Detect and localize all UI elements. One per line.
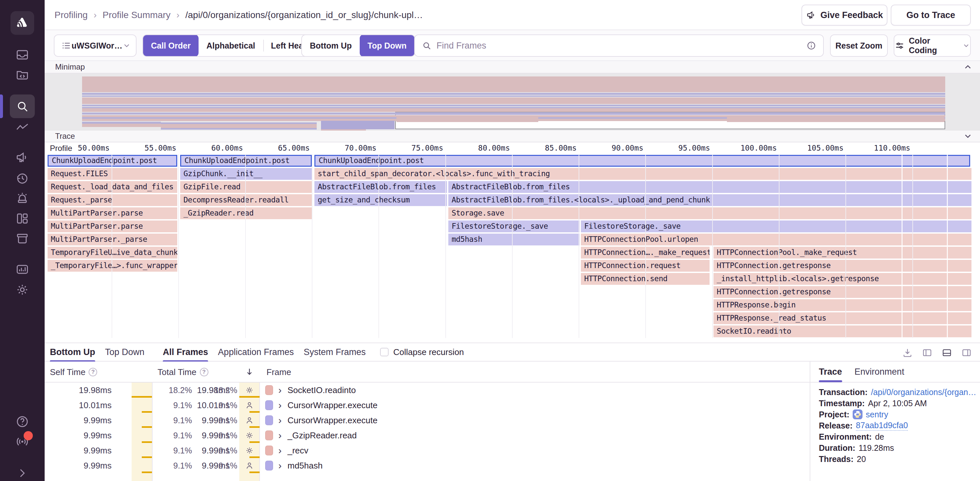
detail-value[interactable]: sentry	[866, 410, 888, 419]
table-row[interactable]: 9.99ms9.1%9.99ms9.1%›_GzipReader.read	[45, 428, 810, 443]
sidebar-item-alerts[interactable]	[15, 191, 30, 205]
expand-row-chevron[interactable]: ›	[278, 413, 282, 428]
user-icon[interactable]	[245, 461, 254, 470]
flame-frame[interactable]: MultiPartParser.parse	[48, 207, 177, 219]
flame-frame[interactable]: _TemporaryFile…>.func_wrapper	[48, 260, 177, 271]
download-icon[interactable]	[902, 347, 913, 358]
gear-icon[interactable]	[245, 386, 254, 395]
flame-frame[interactable]: _install_httplib.<locals>.getresponse	[713, 273, 972, 285]
gear-icon[interactable]	[245, 446, 254, 455]
sidebar-item-feedback[interactable]	[15, 150, 30, 165]
reset-zoom-button[interactable]: Reset Zoom	[830, 35, 888, 57]
layout-right-icon[interactable]	[961, 347, 972, 358]
flame-frame[interactable]: Storage.save	[448, 207, 972, 219]
flame-frame[interactable]: md5hash	[448, 233, 580, 245]
flame-frame[interactable]: HTTPConnection.getresponse	[713, 286, 972, 298]
flame-frame[interactable]: FilestoreStorage._save	[448, 221, 580, 232]
flame-frame[interactable]: SocketIO.readinto	[713, 325, 972, 337]
sidebar-item-releases[interactable]	[15, 231, 30, 246]
flame-frame[interactable]: MultiPartParser._parse	[48, 233, 177, 245]
go-to-trace-button[interactable]: Go to Trace	[891, 5, 971, 25]
flame-frame[interactable]: TemporaryFileU…ive_data_chunk	[48, 247, 177, 259]
flame-frame[interactable]: GzipFile.read	[180, 181, 312, 193]
frame-column-header[interactable]: Frame	[267, 362, 291, 383]
sort-descending-icon[interactable]	[244, 367, 255, 377]
flame-frame[interactable]: get_size_and_checksum	[314, 194, 447, 206]
table-row[interactable]: 9.99ms9.1%9.99ms9.1%›_recv	[45, 443, 810, 458]
expand-row-chevron[interactable]: ›	[278, 443, 282, 458]
sidebar-item-replays[interactable]	[15, 171, 30, 186]
sentry-logo-icon[interactable]	[11, 11, 34, 35]
breadcrumb-item[interactable]: /api/0/organizations/{organization_id_or…	[185, 10, 423, 20]
self-time-column-header[interactable]: Self Time ?	[50, 362, 97, 383]
flame-frame[interactable]: ChunkUploadEndpoint.post	[48, 155, 177, 167]
expand-row-chevron[interactable]: ›	[278, 428, 282, 443]
sidebar-item-issues[interactable]	[15, 48, 30, 62]
flame-frame[interactable]: start_child_span_decorator.<locals>.func…	[314, 168, 972, 180]
flame-frame[interactable]: Request.FILES	[48, 168, 177, 180]
flame-frame[interactable]: Request._load_data_and_files	[48, 181, 177, 193]
table-row[interactable]: 9.99ms9.1%9.99ms9.1%›CursorWrapper.execu…	[45, 413, 810, 428]
direction-option-top-down[interactable]: Top Down	[360, 35, 415, 57]
flame-frame[interactable]: AbstractFileBlob.from_files	[448, 181, 972, 193]
sort-option-alphabetical[interactable]: Alphabetical	[199, 35, 263, 57]
breadcrumb-item[interactable]: Profiling	[54, 10, 88, 20]
sidebar-item-dashboards[interactable]	[15, 211, 30, 226]
thread-selector-dropdown[interactable]: uWSGIWor…	[54, 35, 137, 57]
table-row[interactable]: 10.01ms9.1%10.01ms9.1%›CursorWrapper.exe…	[45, 398, 810, 413]
expand-row-chevron[interactable]: ›	[278, 398, 282, 413]
question-icon[interactable]: ?	[200, 368, 208, 376]
expand-row-chevron[interactable]: ›	[278, 458, 282, 473]
detail-value[interactable]: 87aab1d9cfa0	[856, 421, 908, 431]
sidebar-item-settings[interactable]	[15, 283, 30, 297]
flame-frame[interactable]: ChunkUploadEndpoint.post	[314, 155, 970, 167]
flame-frame[interactable]: Request._parse	[48, 194, 177, 206]
flame-frame[interactable]: HTTPConnectionPool._make_request	[713, 247, 972, 259]
flame-frame[interactable]: GzipChunk.__init__	[180, 168, 312, 180]
table-row[interactable]: 9.99ms9.1%9.99ms9.1%›md5hash	[45, 458, 810, 473]
tab-all-frames[interactable]: All Frames	[163, 343, 208, 362]
sidebar-item-stats[interactable]	[15, 262, 30, 276]
color-coding-dropdown[interactable]: Color Coding	[894, 35, 971, 57]
sidebar-item-projects[interactable]	[15, 68, 30, 82]
flame-frame[interactable]: HTTPResponse._read_status	[713, 312, 972, 324]
sort-option-call-order[interactable]: Call Order	[143, 35, 199, 57]
layout-bottom-icon[interactable]	[941, 347, 953, 358]
info-icon[interactable]	[806, 40, 816, 51]
side-panel-tab-trace[interactable]: Trace	[819, 361, 842, 382]
gear-icon[interactable]	[245, 431, 254, 440]
tab-top-down[interactable]: Top Down	[105, 343, 145, 362]
expand-row-chevron[interactable]: ›	[278, 383, 282, 398]
user-icon[interactable]	[245, 401, 254, 410]
minimap-canvas[interactable]	[45, 73, 980, 130]
sidebar-item-insights[interactable]	[15, 120, 30, 135]
layout-left-icon[interactable]	[921, 347, 933, 358]
flame-frame[interactable]: AbstractFileBlob.from_files.<locals>._up…	[448, 194, 972, 206]
flame-frame[interactable]: HTTPConnection.getresponse	[713, 260, 972, 271]
flame-frame[interactable]: _GzipReader.read	[180, 207, 312, 219]
direction-option-bottom-up[interactable]: Bottom Up	[302, 35, 360, 57]
chevron-down-icon[interactable]	[963, 131, 973, 141]
tab-bottom-up[interactable]: Bottom Up	[50, 343, 95, 362]
flame-frame[interactable]: DecompressReader.readall	[180, 194, 312, 206]
breadcrumb-item[interactable]: Profile Summary	[103, 10, 171, 20]
question-icon[interactable]: ?	[89, 368, 97, 376]
sidebar-item-expand[interactable]	[15, 466, 30, 480]
chevron-up-icon[interactable]	[963, 62, 973, 72]
flame-frame[interactable]: ChunkUploadEndpoint.post	[180, 155, 312, 167]
user-icon[interactable]	[245, 416, 254, 425]
sidebar-item-help[interactable]	[15, 414, 30, 429]
search-input[interactable]	[436, 41, 802, 51]
flame-frame[interactable]: MultiPartParser.parse	[48, 221, 177, 232]
total-time-column-header[interactable]: Total Time ?	[158, 362, 208, 383]
side-panel-tab-environment[interactable]: Environment	[854, 361, 905, 382]
collapse-recursion-checkbox[interactable]	[380, 348, 388, 356]
tab-application-frames[interactable]: Application Frames	[218, 343, 294, 362]
table-row[interactable]: 19.98ms18.2%19.98ms18.2%›SocketIO.readin…	[45, 383, 810, 398]
flame-frame[interactable]: HTTPResponse.begin	[713, 299, 972, 311]
detail-value[interactable]: /api/0/organizations/{organ…	[871, 387, 977, 397]
tab-system-frames[interactable]: System Frames	[304, 343, 366, 362]
sidebar-item-explore[interactable]	[15, 99, 30, 114]
flame-frame[interactable]: AbstractFileBlob.from_files	[314, 181, 447, 193]
give-feedback-button[interactable]: Give Feedback	[802, 5, 888, 25]
